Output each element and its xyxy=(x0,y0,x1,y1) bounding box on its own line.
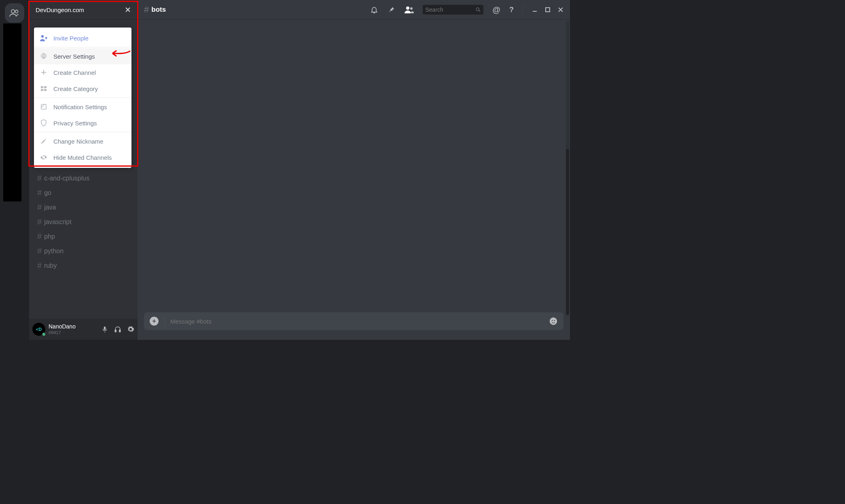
menu-divider xyxy=(34,132,131,132)
svg-point-6 xyxy=(477,8,479,11)
search-icon xyxy=(475,6,481,13)
scrollbar-thumb[interactable] xyxy=(566,149,569,315)
pencil-icon xyxy=(40,137,48,145)
menu-label: Create Category xyxy=(53,85,98,92)
divider xyxy=(164,316,165,326)
user-name: NanoDano xyxy=(49,324,76,330)
attach-icon[interactable]: + xyxy=(150,317,159,326)
hash-icon: # xyxy=(37,261,42,270)
svg-point-4 xyxy=(406,6,409,10)
close-icon[interactable] xyxy=(125,6,131,13)
menu-label: Notification Settings xyxy=(53,104,107,110)
search-input[interactable] xyxy=(423,5,483,15)
channel-python[interactable]: #python xyxy=(32,244,134,258)
svg-point-5 xyxy=(410,7,413,10)
channel-label: php xyxy=(44,233,55,240)
message-input[interactable]: + xyxy=(144,312,563,330)
channel-go[interactable]: #go xyxy=(32,186,134,200)
message-field[interactable] xyxy=(170,318,543,325)
server-dropdown: Invite People Server Settings Create Cha… xyxy=(34,28,131,168)
user-label: NanoDano #9417 xyxy=(49,324,76,335)
svg-point-8 xyxy=(550,318,557,325)
chat-column: # bots @ ? xyxy=(138,0,570,340)
channel-c-and-cplusplus[interactable]: #c-and-cplusplus xyxy=(32,171,134,185)
messages-area xyxy=(138,19,570,312)
menu-label: Invite People xyxy=(53,35,89,42)
hash-icon: # xyxy=(144,4,149,15)
avatar[interactable]: <D xyxy=(32,323,45,336)
channel-label: python xyxy=(44,248,64,255)
svg-rect-2 xyxy=(115,330,116,332)
menu-label: Privacy Settings xyxy=(53,120,97,127)
svg-rect-3 xyxy=(119,330,121,332)
menu-notification-settings[interactable]: Notification Settings xyxy=(34,99,131,115)
channel-title-text: bots xyxy=(151,6,166,14)
svg-rect-7 xyxy=(546,8,550,12)
home-guild-button[interactable] xyxy=(5,3,24,23)
invite-icon xyxy=(40,34,48,42)
menu-server-settings[interactable]: Server Settings xyxy=(34,48,131,64)
menu-label: Change Nickname xyxy=(53,138,103,145)
hash-icon: # xyxy=(37,232,42,241)
menu-invite-people[interactable]: Invite People xyxy=(34,30,131,46)
channel-label: javascript xyxy=(44,218,72,226)
folder-add-icon xyxy=(40,85,48,93)
svg-point-12 xyxy=(43,55,45,57)
members-icon[interactable] xyxy=(404,6,414,14)
hash-icon: # xyxy=(37,203,42,212)
plus-icon xyxy=(40,68,48,76)
user-panel: <D NanoDano #9417 xyxy=(29,319,138,340)
svg-rect-16 xyxy=(44,89,47,91)
maximize-icon[interactable] xyxy=(545,7,551,13)
top-bar: # bots @ ? xyxy=(138,0,570,19)
gear-icon[interactable] xyxy=(127,326,134,333)
menu-create-category[interactable]: Create Category xyxy=(34,80,131,97)
menu-hide-muted[interactable]: Hide Muted Channels xyxy=(34,149,131,165)
menu-label: Create Channel xyxy=(53,69,96,76)
eye-off-icon xyxy=(40,153,48,161)
help-icon[interactable]: ? xyxy=(509,6,514,14)
hash-icon: # xyxy=(37,188,42,197)
menu-label: Server Settings xyxy=(53,53,95,60)
svg-point-11 xyxy=(41,35,44,38)
channel-ruby[interactable]: #ruby xyxy=(32,258,134,273)
mic-icon[interactable] xyxy=(101,326,108,333)
menu-divider xyxy=(34,47,131,47)
channel-javascript[interactable]: #javascript xyxy=(32,215,134,229)
channel-java[interactable]: #java xyxy=(32,200,134,214)
svg-point-0 xyxy=(11,10,15,13)
menu-create-channel[interactable]: Create Channel xyxy=(34,64,131,80)
menu-label: Hide Muted Channels xyxy=(53,154,112,161)
hash-icon: # xyxy=(37,174,42,183)
channel-label: ruby xyxy=(44,262,57,269)
menu-change-nickname[interactable]: Change Nickname xyxy=(34,133,131,149)
server-header[interactable]: DevDungeon.com xyxy=(29,0,138,19)
people-group-icon xyxy=(9,8,20,18)
menu-privacy-settings[interactable]: Privacy Settings xyxy=(34,115,131,131)
hash-icon: # xyxy=(37,246,42,256)
shield-icon xyxy=(40,119,48,127)
minimize-icon[interactable] xyxy=(532,7,538,13)
notification-icon xyxy=(40,103,48,111)
channel-php[interactable]: #php xyxy=(32,229,134,244)
avatar-text: <D xyxy=(36,327,42,332)
channel-label: go xyxy=(44,189,51,197)
mentions-icon[interactable]: @ xyxy=(492,5,500,15)
headphones-icon[interactable] xyxy=(114,326,121,333)
search-field[interactable] xyxy=(425,6,475,13)
divider xyxy=(523,5,523,14)
menu-divider xyxy=(34,97,131,98)
emoji-icon[interactable] xyxy=(549,317,558,326)
hash-icon: # xyxy=(37,217,42,227)
window-close-icon[interactable] xyxy=(558,7,563,13)
svg-point-10 xyxy=(554,320,555,321)
bell-icon[interactable] xyxy=(370,6,378,14)
svg-rect-13 xyxy=(41,86,43,88)
pin-icon[interactable] xyxy=(387,6,395,14)
svg-rect-14 xyxy=(44,86,47,88)
gear-icon xyxy=(40,52,48,60)
svg-rect-15 xyxy=(41,89,43,91)
channel-title: # bots xyxy=(144,4,166,15)
redaction-block xyxy=(3,23,21,201)
user-tag: #9417 xyxy=(49,330,76,335)
